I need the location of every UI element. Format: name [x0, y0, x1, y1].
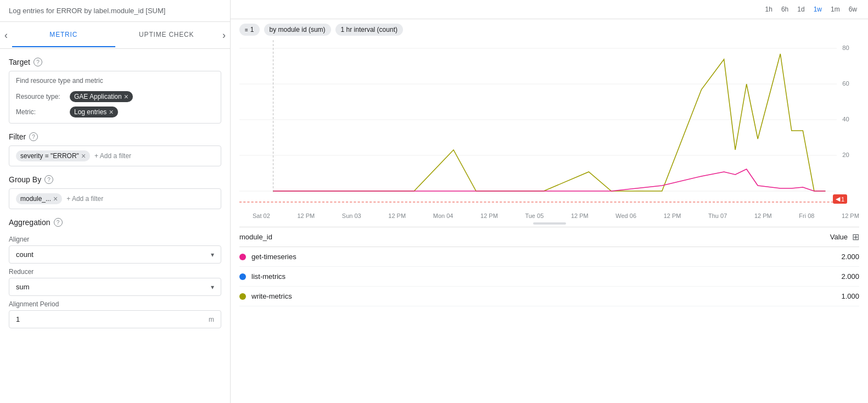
x-label-12pm-6: 12 PM: [754, 212, 772, 219]
svg-text:80: 80: [842, 44, 849, 51]
x-axis-labels: Sat 02 12 PM Sun 03 12 PM Mon 04 12 PM T…: [231, 210, 868, 221]
chart-container: 80 60 40 20 ◀ 1: [239, 40, 859, 210]
write-metrics-name: write-metrics: [251, 292, 292, 300]
legend-row-get-timeseries: get-timeseries 2.000: [239, 247, 859, 267]
x-label-wed06: Wed 06: [615, 212, 636, 219]
reducer-arrow-icon: ▾: [211, 283, 214, 291]
chart-filter-chips-row: ≡ 1 by module id (sum) 1 hr interval (co…: [231, 19, 868, 40]
x-label-sun03: Sun 03: [342, 212, 361, 219]
group-by-add-filter[interactable]: + Add a filter: [66, 195, 103, 203]
severity-chip-close[interactable]: ×: [81, 152, 86, 160]
find-resource-label: Find resource type and metric: [16, 77, 214, 85]
svg-text:40: 40: [842, 116, 849, 122]
right-panel: 1h 6h 1d 1w 1m 6w ≡ 1 by module id (sum)…: [231, 0, 868, 403]
x-label-12pm-7: 12 PM: [842, 212, 859, 219]
tab-uptime-check[interactable]: UPTIME CHECK: [115, 23, 219, 47]
reducer-row: Reducer sum ▾: [9, 268, 221, 296]
time-btn-1m[interactable]: 1m: [828, 4, 842, 14]
filter-help-icon[interactable]: ?: [29, 132, 38, 141]
chart-filter-chip-3[interactable]: 1 hr interval (count): [335, 24, 403, 36]
chart-svg: 80 60 40 20: [239, 40, 859, 210]
legend-row-write-metrics: write-metrics 1.000: [239, 287, 859, 306]
svg-text:20: 20: [842, 152, 849, 158]
alignment-period-input[interactable]: 1 m: [9, 310, 221, 328]
reducer-label: Reducer: [9, 268, 221, 276]
list-metrics-dot: [239, 273, 246, 280]
time-btn-6h[interactable]: 6h: [779, 4, 791, 14]
x-label-12pm-3: 12 PM: [480, 212, 498, 219]
tabs-container: METRIC UPTIME CHECK: [12, 23, 218, 47]
group-by-chip[interactable]: module_... ×: [16, 193, 62, 204]
time-btn-1h[interactable]: 1h: [763, 4, 775, 14]
tab-prev-button[interactable]: ‹: [0, 22, 12, 48]
legend-table: module_id Value ⊞ get-timeseries 2.000 l…: [239, 227, 859, 306]
write-metrics-value: 1.000: [841, 292, 859, 300]
resource-type-chip[interactable]: GAE Application ×: [70, 91, 133, 102]
resource-type-label: Resource type:: [16, 93, 65, 100]
aggregation-section: Aggregation ? Aligner count ▾ Reducer su…: [9, 218, 221, 328]
legend-grid-icon[interactable]: ⊞: [852, 232, 859, 242]
threshold-badge: ◀ 1: [833, 194, 847, 204]
x-label-12pm-1: 12 PM: [297, 212, 315, 219]
x-label-12pm-2: 12 PM: [388, 212, 406, 219]
aligner-arrow-icon: ▾: [211, 251, 214, 259]
aggregation-help-icon[interactable]: ?: [54, 218, 63, 227]
legend-row-list-metrics: list-metrics 2.000: [239, 267, 859, 287]
metric-chip[interactable]: Log entries ×: [70, 107, 118, 117]
severity-filter-chip[interactable]: severity = "ERROR" ×: [16, 150, 90, 161]
target-section: Target ? Find resource type and metric R…: [9, 58, 221, 124]
time-btn-1d[interactable]: 1d: [795, 4, 807, 14]
chart-filter-chip-1[interactable]: ≡ 1: [239, 24, 260, 36]
legend-value-label: Value: [830, 233, 848, 241]
target-section-title: Target ?: [9, 58, 221, 66]
alignment-period-value: 1: [16, 315, 20, 323]
x-label-12pm-5: 12 PM: [664, 212, 681, 219]
scroll-indicator: [533, 222, 566, 225]
x-label-fri08: Fri 08: [799, 212, 814, 219]
tab-metric[interactable]: METRIC: [12, 23, 115, 47]
top-bar: 1h 6h 1d 1w 1m 6w: [231, 0, 868, 19]
legend-column-label: module_id: [239, 233, 272, 241]
write-metrics-dot: [239, 293, 246, 300]
x-label-12pm-4: 12 PM: [571, 212, 589, 219]
panel-content: Target ? Find resource type and metric R…: [0, 49, 230, 337]
time-btn-6w[interactable]: 6w: [847, 4, 859, 14]
x-label-mon04: Mon 04: [433, 212, 453, 219]
target-field-box: Find resource type and metric Resource t…: [9, 71, 221, 124]
tab-next-button[interactable]: ›: [218, 22, 230, 48]
get-timeseries-line: [273, 169, 826, 191]
chart-filter-chip-2-label: by module id (sum): [270, 26, 326, 33]
scroll-indicator-container: [231, 221, 868, 227]
metric-label: Metric:: [16, 108, 65, 116]
metric-chip-close[interactable]: ×: [109, 108, 113, 116]
chart-filter-chip-1-label: 1: [250, 26, 254, 33]
aligner-select[interactable]: count ▾: [9, 245, 221, 264]
time-btn-1w[interactable]: 1w: [811, 4, 824, 14]
reducer-select[interactable]: sum ▾: [9, 278, 221, 296]
get-timeseries-dot: [239, 254, 246, 260]
funnel-icon: ≡: [245, 27, 248, 33]
aggregation-section-title: Aggregation ?: [9, 218, 221, 227]
severity-chip-text: severity = "ERROR": [20, 152, 79, 160]
svg-text:60: 60: [842, 80, 849, 87]
group-by-chip-text: module_...: [20, 195, 51, 203]
chart-filter-chip-2[interactable]: by module id (sum): [264, 24, 331, 36]
group-by-section: Group By ? module_... × + Add a filter: [9, 175, 221, 209]
panel-title: Log entries for ERROR by label.module_id…: [0, 0, 230, 22]
alignment-period-unit: m: [209, 316, 214, 323]
chart-area: ≡ 1 by module id (sum) 1 hr interval (co…: [231, 19, 868, 403]
filter-section-title: Filter ?: [9, 132, 221, 141]
resource-type-row: Resource type: GAE Application ×: [16, 91, 214, 102]
filter-section: Filter ? severity = "ERROR" × + Add a fi…: [9, 132, 221, 166]
x-label-thu07: Thu 07: [708, 212, 727, 219]
aligner-value: count: [16, 250, 33, 259]
group-by-help-icon[interactable]: ?: [44, 175, 53, 184]
filter-box: severity = "ERROR" × + Add a filter: [9, 145, 221, 166]
resource-type-chip-close[interactable]: ×: [124, 93, 128, 100]
group-by-section-title: Group By ?: [9, 175, 221, 184]
alignment-period-label: Alignment Period: [9, 300, 221, 308]
group-by-chip-close[interactable]: ×: [53, 195, 58, 203]
target-help-icon[interactable]: ?: [33, 58, 42, 66]
add-filter-button[interactable]: + Add a filter: [94, 152, 131, 160]
legend-header: module_id Value ⊞: [239, 227, 859, 247]
